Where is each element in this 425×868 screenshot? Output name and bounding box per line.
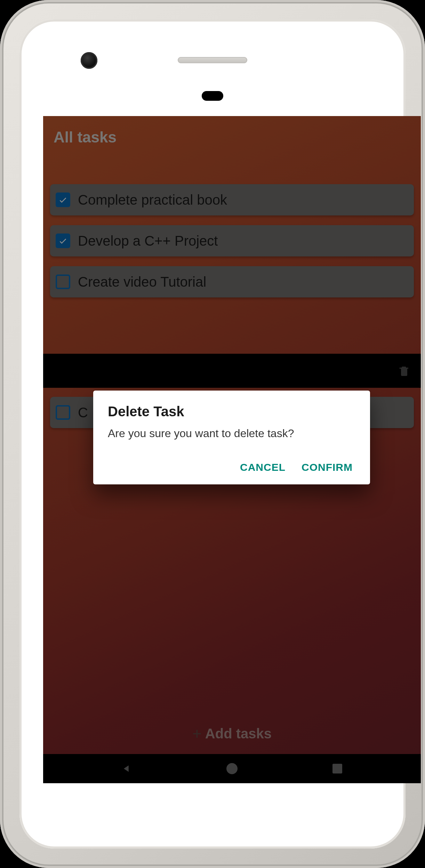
power-button — [424, 365, 425, 413]
phone-frame: All tasks Complete practical book Develo… — [0, 0, 425, 868]
cancel-button[interactable]: CANCEL — [240, 461, 286, 473]
delete-task-dialog: Delete Task Are you sure you want to del… — [93, 391, 370, 484]
dialog-title: Delete Task — [108, 404, 355, 419]
speaker-grille — [178, 57, 247, 63]
front-camera — [81, 52, 97, 69]
screen: All tasks Complete practical book Develo… — [43, 116, 421, 783]
sensor-cutout — [202, 91, 223, 101]
phone-bezel: All tasks Complete practical book Develo… — [19, 19, 406, 849]
dialog-message: Are you sure you want to delete task? — [108, 427, 355, 440]
dialog-actions: CANCEL CONFIRM — [108, 461, 355, 477]
volume-button — [424, 264, 425, 347]
confirm-button[interactable]: CONFIRM — [302, 461, 353, 473]
